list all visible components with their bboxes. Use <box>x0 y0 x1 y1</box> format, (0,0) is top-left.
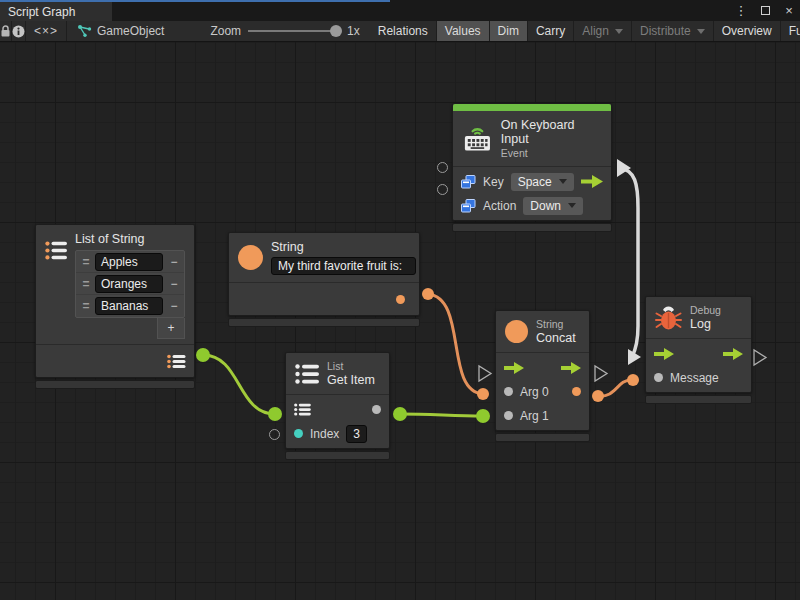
remove-item-button[interactable]: − <box>166 277 182 291</box>
node-concat[interactable]: String Concat Arg 0 <box>495 310 590 442</box>
gameobject-reference[interactable]: GameObject <box>67 21 174 41</box>
port-dot-getitem-output[interactable] <box>393 407 407 421</box>
info-button[interactable] <box>12 21 26 41</box>
event-node-bar <box>453 104 611 111</box>
add-item-button[interactable]: + <box>157 318 185 339</box>
code-view-button[interactable]: <×> <box>26 21 67 41</box>
flow-output-arrow-icon[interactable] <box>723 348 743 360</box>
port-ring-index[interactable] <box>269 429 280 440</box>
node-footer <box>35 380 195 389</box>
node-subtitle: Event <box>501 147 602 159</box>
message-label: Message <box>670 371 719 385</box>
gameobject-label: GameObject <box>97 24 164 38</box>
port-dot-string-output[interactable] <box>422 288 434 300</box>
arg1-input-port[interactable] <box>504 411 513 420</box>
node-title: On Keyboard Input <box>501 118 602 146</box>
fullscreen-button[interactable]: Full Screen <box>781 21 800 41</box>
node-category: Debug <box>690 304 721 316</box>
wire-keyboard-to-log <box>620 168 638 357</box>
index-label: Index <box>310 427 339 441</box>
zoom-value: 1x <box>347 24 360 38</box>
drag-handle-icon[interactable]: = <box>80 277 92 291</box>
node-get-item[interactable]: List Get Item Index 3 <box>285 352 390 460</box>
close-icon[interactable]: × <box>782 2 796 18</box>
action-dropdown[interactable]: Down <box>523 197 583 215</box>
list-item-field[interactable]: Apples <box>95 253 163 271</box>
node-title: Concat <box>536 331 576 345</box>
titlebar: Script Graph ⋮ × <box>0 0 800 21</box>
index-value-field[interactable]: 3 <box>346 425 367 443</box>
graph-toolbar: <×> GameObject Zoom 1x Relations Values … <box>0 21 800 42</box>
dim-button[interactable]: Dim <box>490 21 528 41</box>
node-debug-log[interactable]: Debug Log Message <box>645 296 752 404</box>
node-footer <box>285 451 390 460</box>
carry-button[interactable]: Carry <box>528 21 574 41</box>
key-dropdown[interactable]: Space <box>511 173 574 191</box>
node-title: List of String <box>75 232 185 246</box>
result-output-port[interactable] <box>572 387 581 396</box>
port-dot-list-output[interactable] <box>196 348 210 362</box>
values-button[interactable]: Values <box>437 21 490 41</box>
remove-item-button[interactable]: − <box>166 299 182 313</box>
align-button[interactable]: Align <box>574 21 632 41</box>
flow-input-arrow-icon[interactable] <box>504 362 524 374</box>
flow-output-arrow-icon[interactable] <box>561 362 581 374</box>
list-icon <box>45 238 67 263</box>
remove-item-button[interactable]: − <box>166 255 182 269</box>
code-icon: <×> <box>34 24 58 38</box>
zoom-slider-handle[interactable] <box>330 25 342 37</box>
flow-output-arrow-icon[interactable] <box>581 175 603 188</box>
arg0-input-port[interactable] <box>504 387 513 396</box>
string-type-icon <box>505 320 528 343</box>
port-ring-key[interactable] <box>437 162 448 173</box>
port-dot-concat-arg0-input[interactable] <box>477 388 489 400</box>
keyboard-icon <box>462 125 493 153</box>
list-item-row: = Apples − <box>76 251 184 273</box>
info-icon <box>12 25 25 38</box>
node-title: Log <box>690 317 721 331</box>
chevron-down-icon <box>559 179 567 184</box>
list-item-row: = Oranges − <box>76 273 184 295</box>
index-input-port[interactable] <box>294 429 303 438</box>
list-item-field[interactable]: Bananas <box>95 297 163 315</box>
lock-icon <box>0 25 11 38</box>
list-output-port-icon[interactable] <box>167 354 186 369</box>
port-dot-concat-result-output[interactable] <box>592 390 604 402</box>
node-footer <box>228 318 420 327</box>
enum-type-icon <box>461 199 476 213</box>
drag-handle-icon[interactable]: = <box>80 299 92 313</box>
graph-canvas[interactable]: On Keyboard Input Event Key Space <box>0 42 800 600</box>
port-dot-getitem-list-input[interactable] <box>268 407 282 421</box>
zoom-label: Zoom <box>210 24 241 38</box>
list-icon <box>295 363 319 385</box>
node-list-of-string[interactable]: List of String = Apples − = Oranges <box>35 224 195 389</box>
menu-icon[interactable]: ⋮ <box>734 2 748 18</box>
overview-button[interactable]: Overview <box>714 21 781 41</box>
lock-button[interactable] <box>0 21 12 41</box>
distribute-button[interactable]: Distribute <box>632 21 714 41</box>
node-string-literal[interactable]: String My third favorite fruit is: <box>228 232 420 327</box>
wire-getitem-to-concat <box>400 414 483 416</box>
node-on-keyboard-input[interactable]: On Keyboard Input Event Key Space <box>452 103 612 232</box>
port-ring-action[interactable] <box>437 184 448 195</box>
list-item-field[interactable]: Oranges <box>95 275 163 293</box>
flow-input-arrow-icon[interactable] <box>654 348 674 360</box>
port-dot-concat-arg1-input[interactable] <box>476 409 490 423</box>
flow-port-triangle <box>479 366 491 381</box>
item-output-port[interactable] <box>372 405 381 414</box>
key-value: Space <box>518 175 552 189</box>
zoom-slider[interactable] <box>248 30 340 32</box>
tab-script-graph[interactable]: Script Graph <box>0 2 112 21</box>
relations-button[interactable]: Relations <box>370 21 437 41</box>
string-value-field[interactable]: My third favorite fruit is: <box>271 257 416 275</box>
node-footer <box>645 395 752 404</box>
chevron-down-icon <box>697 29 705 34</box>
drag-handle-icon[interactable]: = <box>80 255 92 269</box>
list-item-row: = Bananas − <box>76 295 184 317</box>
string-output-port[interactable] <box>396 295 405 304</box>
enum-type-icon <box>461 175 476 189</box>
message-input-port[interactable] <box>654 373 663 382</box>
port-dot-log-message-input[interactable] <box>627 374 639 386</box>
list-input-port-icon[interactable] <box>294 403 311 416</box>
maximize-icon[interactable] <box>758 2 772 18</box>
